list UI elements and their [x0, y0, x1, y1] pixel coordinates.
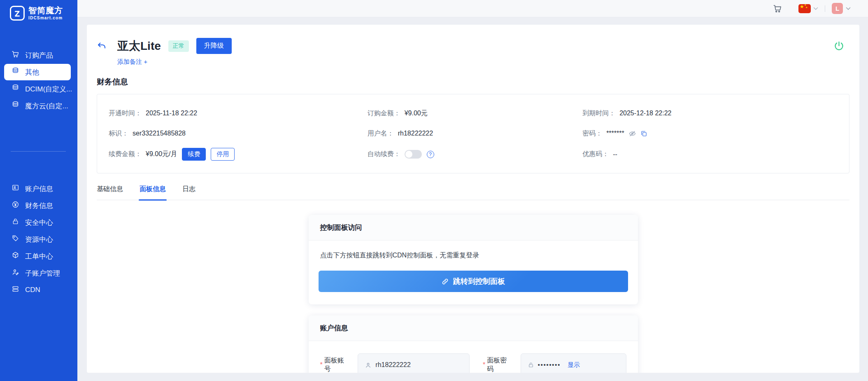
avatar: L — [832, 3, 843, 14]
brand-logo[interactable]: 智简魔方 IDCSmart.com — [0, 0, 77, 21]
sidebar-item-account-info[interactable]: 账户信息 — [0, 180, 77, 197]
jump-to-panel-button[interactable]: 跳转到控制面板 — [319, 271, 628, 292]
sidebar-item-label: DCIM(自定义... — [25, 84, 72, 94]
panel-password-label: 面板密码 — [487, 356, 513, 373]
brand-name: 智简魔方 — [28, 6, 63, 15]
sidebar: 智简魔方 IDCSmart.com 订购产品 其他 DCIM(自定义... 魔方… — [0, 0, 77, 381]
topbar: ★★★ L — [77, 0, 868, 17]
renew-button[interactable]: 续费 — [182, 148, 206, 161]
user-menu[interactable]: L — [832, 3, 851, 14]
database-icon — [12, 84, 19, 94]
order-amount-field: 订购金额： ¥9.00元 — [368, 108, 582, 119]
brand-domain: IDCSmart.com — [28, 16, 63, 21]
status-badge: 正常 — [168, 40, 189, 52]
content-area: 亚太Lite 正常 升降级 添加备注 + 财务信息 开通时间： 2025-11-… — [77, 17, 868, 381]
page-title: 亚太Lite — [117, 38, 161, 54]
cube-icon — [12, 251, 19, 261]
id-card-icon — [12, 184, 19, 194]
sidebar-item-ticket-center[interactable]: 工单中心 — [0, 248, 77, 264]
sidebar-item-finance-info[interactable]: 财务信息 — [0, 197, 77, 214]
topbar-divider — [825, 5, 825, 12]
database-icon — [12, 101, 19, 111]
tab-bar: 基础信息 面板信息 日志 — [97, 185, 849, 200]
china-flag-icon: ★★★ — [798, 4, 811, 13]
cart-icon — [12, 50, 19, 60]
server-icon — [12, 285, 19, 295]
panel-account-label: 面板账号 — [324, 356, 351, 373]
link-icon — [441, 278, 449, 285]
panel-account-group: * 面板账号 rh18222222 — [320, 353, 470, 373]
product-header: 亚太Lite 正常 升降级 — [97, 38, 849, 54]
sidebar-item-cdn[interactable]: CDN — [0, 282, 77, 298]
sidebar-item-subaccount[interactable]: 子账户管理 — [0, 265, 77, 281]
panel-password-input[interactable]: •••••••• 显示 — [521, 353, 626, 373]
database-icon — [12, 67, 19, 77]
identifier-field: 标识： ser332215485828 — [109, 128, 368, 139]
sidebar-item-label: 财务信息 — [25, 201, 53, 210]
sidebar-item-mofang-cloud[interactable]: 魔方云(自定... — [0, 98, 77, 114]
tab-panel-info[interactable]: 面板信息 — [140, 185, 166, 200]
sidebar-item-resource-center[interactable]: 资源中心 — [0, 231, 77, 248]
sidebar-item-label: 安全中心 — [25, 218, 53, 227]
sidebar-menu-top: 订购产品 其他 DCIM(自定义... 魔方云(自定... — [0, 47, 77, 114]
sidebar-item-label: 子账户管理 — [25, 269, 60, 278]
sidebar-menu-bottom: 账户信息 财务信息 安全中心 资源中心 工单中心 子账户管理 — [0, 180, 77, 298]
sidebar-item-security-center[interactable]: 安全中心 — [0, 214, 77, 231]
panel-access-description: 点击下方按钮直接跳转到CDN控制面板，无需重复登录 — [319, 251, 628, 260]
coupon-field: 优惠码： -- — [582, 148, 838, 161]
finance-section-title: 财务信息 — [97, 77, 849, 87]
password-field: 密码： ******* — [582, 128, 838, 139]
auto-renew-field: 自动续费： ? — [368, 148, 582, 161]
sidebar-item-label: CDN — [25, 286, 40, 294]
expire-time-field: 到期时间： 2025-12-18 22:22 — [582, 108, 838, 119]
tab-basic-info[interactable]: 基础信息 — [97, 185, 123, 200]
lock-icon — [12, 217, 19, 227]
app-root: 智简魔方 IDCSmart.com 订购产品 其他 DCIM(自定义... 魔方… — [0, 0, 868, 381]
username-field: 用户名： rh18222222 — [368, 128, 582, 139]
cart-icon[interactable] — [773, 4, 782, 13]
help-icon[interactable]: ? — [427, 151, 434, 158]
brand-logo-icon — [10, 6, 25, 21]
add-note-link[interactable]: 添加备注 + — [117, 58, 147, 66]
required-asterisk: * — [320, 361, 323, 369]
sidebar-item-label: 订购产品 — [25, 51, 53, 60]
copy-icon[interactable] — [640, 130, 647, 137]
stop-button[interactable]: 停用 — [211, 148, 235, 161]
main-card: 亚太Lite 正常 升降级 添加备注 + 财务信息 开通时间： 2025-11-… — [87, 25, 859, 373]
sidebar-item-other[interactable]: 其他 — [4, 64, 71, 80]
language-selector[interactable]: ★★★ — [798, 4, 818, 13]
sidebar-item-label: 魔方云(自定... — [25, 101, 68, 111]
open-time-field: 开通时间： 2025-11-18 22:22 — [109, 108, 368, 119]
sidebar-item-order-product[interactable]: 订购产品 — [0, 47, 77, 63]
required-asterisk: * — [483, 361, 485, 369]
auto-renew-toggle[interactable] — [405, 150, 422, 159]
sidebar-item-label: 工单中心 — [25, 252, 53, 261]
chevron-down-icon — [846, 7, 851, 10]
panel-password-value: •••••••• — [538, 362, 561, 368]
panel-access-title: 控制面板访问 — [309, 215, 638, 241]
power-icon[interactable] — [833, 40, 845, 51]
yen-circle-icon — [12, 201, 19, 210]
back-icon[interactable] — [97, 41, 107, 51]
chevron-down-icon — [813, 7, 818, 10]
tab-logs[interactable]: 日志 — [182, 185, 195, 200]
finance-box: 开通时间： 2025-11-18 22:22 订购金额： ¥9.00元 到期时间… — [97, 94, 849, 173]
eye-off-icon[interactable] — [628, 130, 636, 138]
renew-amount-field: 续费金额： ¥9.00元/月 续费 停用 — [109, 148, 368, 161]
sidebar-divider — [11, 151, 66, 152]
panel-access-card: 控制面板访问 点击下方按钮直接跳转到CDN控制面板，无需重复登录 跳转到控制面板 — [309, 215, 638, 304]
show-password-link[interactable]: 显示 — [568, 361, 580, 369]
panel-account-value: rh18222222 — [375, 361, 410, 369]
upgrade-downgrade-button[interactable]: 升降级 — [196, 38, 232, 54]
sidebar-item-label: 账户信息 — [25, 184, 53, 194]
panel-account-input[interactable]: rh18222222 — [358, 353, 470, 373]
lock-icon — [528, 362, 534, 368]
user-edit-icon — [12, 268, 19, 278]
person-icon — [365, 362, 372, 369]
panel-password-group: * 面板密码 •••••••• 显示 — [483, 353, 626, 373]
account-info-card: 账户信息 * 面板账号 rh18222222 * 面板密码 — [309, 316, 638, 373]
sidebar-item-dcim[interactable]: DCIM(自定义... — [0, 81, 77, 97]
sidebar-item-label: 其他 — [25, 68, 39, 77]
sidebar-item-label: 资源中心 — [25, 235, 53, 244]
tag-icon — [12, 234, 19, 244]
